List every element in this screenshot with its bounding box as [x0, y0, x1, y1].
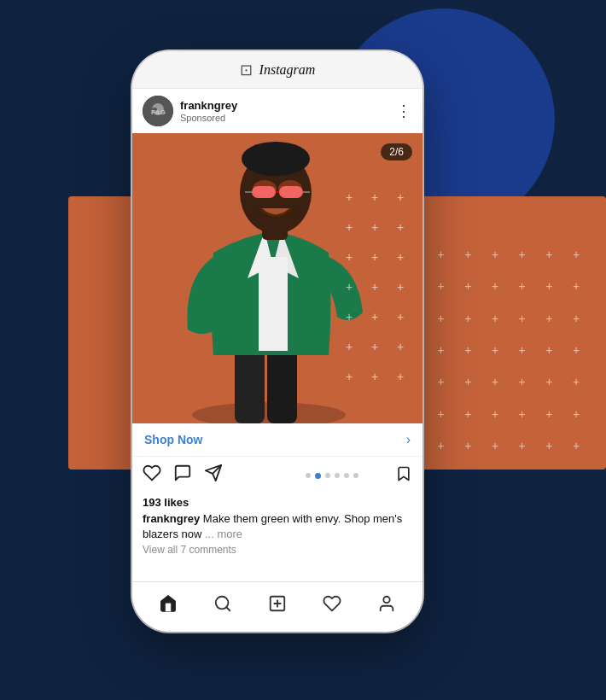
carousel-dot-6 [353, 473, 358, 478]
shop-now-label[interactable]: Shop Now [144, 433, 202, 446]
plus-pattern-decoration: +++++++ +++++++ +++++++ +++++++ +++++++ … [401, 239, 589, 461]
svg-text:+: + [346, 370, 353, 383]
post-photo: + + + + + + + + + + + + + + + + + + + + [132, 133, 422, 423]
carousel-dot-5 [344, 473, 349, 478]
svg-text:+: + [346, 310, 353, 324]
svg-text:+: + [397, 250, 404, 264]
svg-text:+: + [346, 340, 353, 353]
account-info: frankngrey Sponsored [180, 99, 396, 123]
caption-area: 193 likes frankngrey Make them green wit… [132, 494, 422, 563]
bottom-navigation [132, 581, 422, 632]
carousel-dot-2 [315, 473, 321, 479]
svg-text:F&G: F&G [151, 108, 166, 116]
shop-now-bar[interactable]: Shop Now › [132, 423, 422, 457]
svg-text:+: + [371, 220, 378, 234]
carousel-indicators [269, 473, 395, 479]
svg-point-47 [383, 597, 389, 603]
action-bar [132, 457, 422, 494]
svg-text:+: + [371, 370, 378, 383]
svg-text:+: + [397, 370, 404, 383]
svg-text:+: + [397, 340, 404, 353]
phone-mockup: ⊡ Instagram F&G frankngrey Sponsored ⋮ [132, 51, 422, 632]
like-button[interactable] [143, 464, 161, 487]
svg-text:+: + [371, 280, 378, 294]
profile-nav-button[interactable] [370, 591, 404, 616]
slide-counter: 2/6 [381, 143, 412, 160]
svg-text:+: + [371, 190, 378, 204]
svg-text:+: + [346, 280, 353, 294]
create-nav-button[interactable] [260, 591, 294, 616]
avatar: F&G [143, 96, 173, 126]
activity-nav-button[interactable] [315, 591, 349, 616]
svg-text:+: + [397, 280, 404, 294]
post-header: F&G frankngrey Sponsored ⋮ [132, 89, 422, 133]
svg-text:+: + [397, 220, 404, 234]
svg-text:+: + [371, 340, 378, 353]
post-image: + + + + + + + + + + + + + + + + + + + + [132, 133, 422, 423]
svg-line-43 [226, 607, 230, 610]
home-nav-button[interactable] [151, 591, 185, 616]
svg-text:+: + [371, 250, 378, 264]
comment-button[interactable] [173, 464, 192, 487]
sponsored-label: Sponsored [180, 113, 396, 123]
carousel-dot-4 [335, 473, 340, 478]
scene: +++++++ +++++++ +++++++ +++++++ +++++++ … [0, 0, 606, 700]
carousel-dot-1 [306, 473, 311, 478]
caption-more[interactable]: ... more [205, 528, 242, 540]
share-button[interactable] [204, 464, 223, 487]
shop-now-arrow-icon[interactable]: › [406, 432, 411, 447]
svg-text:+: + [346, 250, 353, 264]
svg-rect-8 [259, 257, 288, 351]
svg-text:+: + [397, 310, 404, 324]
svg-text:+: + [346, 190, 353, 204]
likes-count: 193 likes [143, 496, 412, 509]
action-icons-group [143, 464, 269, 487]
bookmark-button[interactable] [395, 464, 412, 487]
search-nav-button[interactable] [206, 591, 240, 616]
svg-text:+: + [346, 220, 353, 234]
caption-username: frankngrey [143, 512, 200, 525]
svg-text:+: + [397, 190, 404, 204]
account-name: frankngrey [180, 99, 396, 113]
carousel-dot-3 [325, 473, 330, 478]
status-bar: ⊡ Instagram [132, 51, 422, 89]
camera-icon: ⊡ [240, 61, 253, 79]
svg-rect-14 [279, 186, 303, 198]
svg-point-18 [242, 142, 310, 176]
app-title: Instagram [259, 62, 316, 78]
svg-rect-13 [252, 186, 276, 198]
more-options-button[interactable]: ⋮ [396, 102, 412, 120]
view-comments-link[interactable]: View all 7 comments [143, 544, 412, 556]
caption-text: frankngrey Make them green with envy. Sh… [143, 511, 412, 542]
svg-text:+: + [371, 310, 378, 324]
